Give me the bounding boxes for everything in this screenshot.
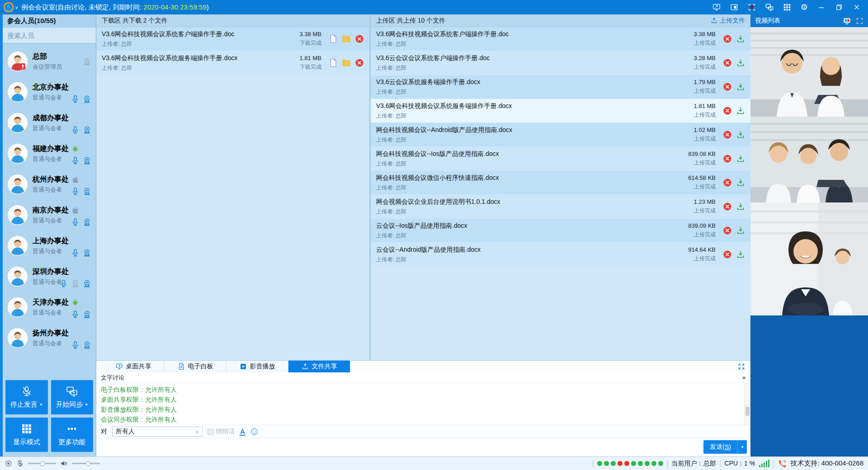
screen-layout-icon[interactable]	[843, 17, 851, 25]
participant-row[interactable]: 福建办事处普通与会者	[3, 138, 96, 169]
font-icon[interactable]: A	[240, 428, 245, 436]
close-icon[interactable]	[853, 3, 861, 11]
mic-icon[interactable]	[71, 187, 80, 196]
file-row[interactable]: 网会科技视频会议微信小程序快速指南.docx上传者: 总部614.58 KB上传…	[371, 171, 750, 195]
mic-icon[interactable]	[71, 126, 80, 134]
delete-icon[interactable]	[723, 178, 732, 187]
meeting-menu-chevron-icon[interactable]: ∨	[15, 5, 18, 10]
delete-icon[interactable]	[723, 58, 732, 67]
file-row[interactable]: V3.6云会议系统服务端操作手册.docx上传者: 总部1.79 MB上传完成	[371, 75, 750, 99]
record-dot-icon[interactable]	[5, 460, 12, 467]
file-row[interactable]: V3.6网会科技视频会议系统服务端操作手册.docx上传者: 总部1.81 MB…	[371, 99, 750, 123]
mic-icon[interactable]	[71, 95, 80, 103]
mic-icon[interactable]	[71, 156, 80, 165]
settings-icon[interactable]: ⚙	[801, 3, 808, 11]
tab-desktop-share[interactable]: 桌面共享	[103, 361, 165, 372]
mic-icon[interactable]	[71, 249, 80, 257]
participant-row[interactable]: 上海办事处普通与会者	[3, 230, 96, 261]
chat-close-icon[interactable]: ×	[742, 374, 746, 381]
chat-input-area[interactable]: 发送(S) ▼	[96, 438, 750, 456]
checkbox-icon[interactable]	[208, 429, 213, 435]
download-icon[interactable]	[736, 130, 745, 139]
speaker-icon[interactable]	[60, 460, 68, 467]
file-row[interactable]: 网会科技视频会议--Ios版产品使用指南.docx上传者: 总部839.08 K…	[371, 147, 750, 171]
delete-icon[interactable]	[723, 226, 732, 235]
camera-icon[interactable]	[83, 279, 91, 288]
minimize-icon[interactable]	[817, 3, 826, 11]
mic-icon[interactable]	[71, 218, 80, 226]
file-icon[interactable]	[329, 34, 338, 43]
expand-panel-icon[interactable]	[738, 363, 745, 370]
more-functions-button[interactable]: 更多功能▼	[51, 418, 94, 452]
file-row[interactable]: 云会议--Android版产品使用指南.docx上传者: 总部914.64 KB…	[371, 243, 750, 267]
delete-icon[interactable]	[723, 34, 732, 43]
send-button[interactable]: 发送(S) ▼	[703, 440, 747, 454]
tab-whiteboard[interactable]: 电子白板	[165, 361, 226, 372]
emoji-icon[interactable]	[250, 428, 258, 436]
video-expand-icon[interactable]	[856, 17, 863, 25]
download-icon[interactable]	[736, 106, 745, 115]
camera-icon[interactable]	[83, 95, 91, 103]
slider-knob[interactable]	[85, 461, 90, 466]
whisper-checkbox[interactable]: 悄悄话	[208, 428, 235, 436]
camera-icon[interactable]	[83, 310, 91, 319]
recipient-select[interactable]: 所有人∨	[112, 427, 203, 437]
screen-share-icon[interactable]	[712, 3, 721, 11]
download-icon[interactable]	[736, 202, 745, 211]
delete-icon[interactable]	[355, 58, 364, 67]
window-layout-icon[interactable]	[730, 3, 738, 11]
file-row[interactable]: V3.6网会科技视频会议系统客户端操作手册.doc上传者: 总部3.38 MB上…	[371, 27, 750, 51]
send-options-icon[interactable]: ▼	[737, 440, 747, 454]
mic-volume-slider[interactable]	[28, 463, 56, 464]
download-icon[interactable]	[736, 250, 745, 259]
mic-icon[interactable]	[71, 310, 80, 319]
camera-icon[interactable]	[83, 249, 91, 257]
delete-icon[interactable]	[723, 130, 732, 139]
open-folder-icon[interactable]	[342, 34, 351, 43]
file-row[interactable]: V3.6云会议会议系统客户端操作手册.doc上传者: 总部3.28 MB上传完成	[371, 51, 750, 75]
camera-icon[interactable]	[83, 187, 91, 196]
tab-media-play[interactable]: 影音播放	[226, 361, 288, 372]
download-icon[interactable]	[736, 82, 745, 91]
camera-icon[interactable]	[83, 218, 91, 226]
download-icon[interactable]	[736, 34, 745, 43]
file-row[interactable]: 网会科技视频会议--Android版产品使用指南.docx上传者: 总部1.02…	[371, 123, 750, 147]
file-icon[interactable]	[329, 58, 338, 67]
delete-icon[interactable]	[723, 202, 732, 211]
camera-icon[interactable]	[83, 156, 91, 165]
camera-icon[interactable]	[83, 341, 91, 349]
screen-sync-icon[interactable]	[765, 3, 774, 11]
slider-knob[interactable]	[40, 461, 45, 466]
search-input[interactable]	[7, 32, 97, 39]
file-row[interactable]: 云会议--Ios版产品使用指南.docx上传者: 总部839.09 KB上传完成	[371, 219, 750, 243]
maximize-icon[interactable]	[835, 3, 843, 11]
download-icon[interactable]	[736, 154, 745, 163]
participant-row[interactable]: 深圳办事处普通与会者	[3, 261, 96, 292]
participant-row[interactable]: 天津办事处普通与会者	[3, 292, 96, 323]
camera-grey-icon[interactable]	[83, 57, 91, 66]
participant-row[interactable]: 南京办事处普通与会者	[3, 200, 96, 230]
display-mode-button[interactable]: 显示模式▼	[5, 418, 48, 452]
mic-icon[interactable]	[59, 279, 68, 288]
video-thumbnail[interactable]	[750, 27, 868, 117]
mic-icon[interactable]	[71, 341, 80, 349]
file-row[interactable]: 网会视频会议企业后台使用说明书1.0.1.docx上传者: 总部1.23 MB上…	[371, 195, 750, 219]
delete-icon[interactable]	[723, 154, 732, 163]
start-sync-button[interactable]: 开始同步▼	[51, 380, 94, 414]
mic-muted-icon[interactable]	[16, 460, 24, 467]
video-thumbnail[interactable]	[750, 117, 868, 202]
file-row[interactable]: V3.6网会科技视频会议系统服务端操作手册.docx上传者: 总部1.81 MB…	[96, 51, 369, 75]
delete-icon[interactable]	[723, 250, 732, 259]
delete-icon[interactable]	[723, 106, 732, 115]
participant-row[interactable]: 北京办事处普通与会者	[3, 77, 96, 108]
download-icon[interactable]	[736, 226, 745, 235]
speaker-volume-slider[interactable]	[72, 463, 100, 464]
file-row[interactable]: V3.6网会科技视频会议系统客户端操作手册.doc上传者: 总部3.38 MB下…	[96, 27, 369, 51]
app-grid-icon[interactable]	[783, 3, 791, 11]
delete-icon[interactable]	[723, 82, 732, 91]
tab-file-share[interactable]: 文件共享	[288, 361, 350, 372]
participant-row[interactable]: 杭州办事处普通与会者	[3, 169, 96, 200]
upload-file-button[interactable]: 上传文件	[711, 17, 745, 25]
scrollbar-thumb[interactable]	[745, 407, 750, 416]
record-icon[interactable]	[748, 3, 756, 11]
